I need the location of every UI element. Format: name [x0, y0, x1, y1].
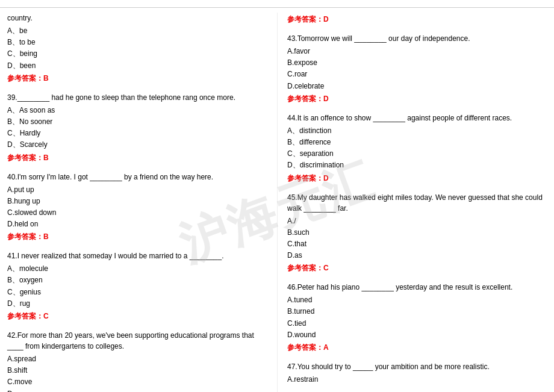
answer-label: 参考答案：B [7, 73, 267, 84]
question-text: country. [7, 13, 267, 23]
option-1: B.hung up [7, 196, 267, 207]
option-0: A、As soon as [7, 105, 267, 116]
option-0: A./ [287, 216, 547, 227]
option-3: D、discrimination [287, 160, 547, 171]
answer-label: 参考答案：D [287, 94, 547, 104]
question-block-q43: 43.Tomorrow we will ________ our day of … [287, 33, 547, 104]
right-column: 参考答案：D43.Tomorrow we will ________ our d… [277, 13, 547, 392]
question-text: 47.You should try to _____ your ambition… [287, 361, 547, 372]
option-2: C、Hardly [7, 128, 267, 139]
question-text: 41.I never realized that someday I would… [7, 250, 267, 261]
option-2: C、genius [7, 287, 267, 298]
page-header [0, 0, 554, 8]
answer-label: 参考答案：B [7, 232, 267, 242]
option-3: D.as [287, 250, 547, 261]
answer-label: 参考答案：D [287, 173, 547, 184]
question-text: 39.________ had he gone to sleep than th… [7, 92, 267, 103]
option-1: B、to be [7, 37, 267, 48]
option-0: A、molecule [7, 263, 267, 275]
option-3: D.range [7, 388, 267, 392]
option-0: A.spread [7, 353, 267, 365]
question-text: 40.I'm sorry I'm late. I got ________ by… [7, 172, 267, 182]
option-3: D、been [7, 60, 267, 72]
option-1: B.turned [287, 306, 547, 317]
option-2: C.roar [287, 69, 547, 80]
question-block-q47: 47.You should try to _____ your ambition… [287, 361, 547, 385]
question-block-q42_ans: 参考答案：D [287, 14, 547, 25]
left-column: country.A、beB、to beC、beingD、been参考答案：B39… [7, 13, 277, 392]
option-3: D、rug [7, 298, 267, 310]
option-3: D.celebrate [287, 81, 547, 92]
option-1: B.shift [7, 365, 267, 376]
question-text: 46.Peter had his piano ________ yesterda… [287, 282, 547, 293]
option-0: A.restrain [287, 374, 547, 385]
question-text: 45.My daughter has walked eight miles to… [287, 192, 547, 214]
answer-label: 参考答案：D [287, 14, 547, 25]
option-1: B.expose [287, 57, 547, 69]
question-text: 44.It is an offence to show ________ aga… [287, 113, 547, 123]
answer-label: 参考答案：C [7, 311, 267, 322]
option-0: A.put up [7, 184, 267, 196]
answer-label: 参考答案：A [287, 343, 547, 353]
question-text: 43.Tomorrow we will ________ our day of … [287, 33, 547, 44]
question-block-q40: 40.I'm sorry I'm late. I got ________ by… [7, 172, 267, 243]
option-2: C、separation [287, 148, 547, 160]
question-block-q39: 39.________ had he gone to sleep than th… [7, 92, 267, 163]
option-0: A.favor [287, 46, 547, 57]
question-block-q46: 46.Peter had his piano ________ yesterda… [287, 282, 547, 353]
question-block-q41: 41.I never realized that someday I would… [7, 250, 267, 322]
answer-label: 参考答案：C [287, 263, 547, 273]
option-1: B、oxygen [7, 275, 267, 286]
option-3: D、Scarcely [7, 139, 267, 151]
question-block-q42: 42.For more than 20 years, we've been su… [7, 330, 267, 392]
question-block-q44: 44.It is an offence to show ________ aga… [287, 113, 547, 184]
option-1: B、No sooner [7, 116, 267, 128]
main-content: country.A、beB、to beC、beingD、been参考答案：B39… [0, 8, 554, 392]
option-2: C、being [7, 48, 267, 60]
question-block-q38_cont: country.A、beB、to beC、beingD、been参考答案：B [7, 13, 267, 84]
question-text: 42.For more than 20 years, we've been su… [7, 330, 267, 352]
option-3: D.wound [287, 329, 547, 341]
question-block-q45: 45.My daughter has walked eight miles to… [287, 192, 547, 274]
option-2: C.move [7, 376, 267, 388]
option-1: B、difference [287, 137, 547, 148]
option-3: D.held on [7, 219, 267, 230]
option-1: B.such [287, 227, 547, 238]
option-2: C.tied [287, 318, 547, 329]
option-2: C.slowed down [7, 207, 267, 219]
option-0: A、distinction [287, 125, 547, 137]
answer-label: 参考答案：B [7, 153, 267, 163]
option-2: C.that [287, 238, 547, 250]
option-0: A.tuned [287, 294, 547, 306]
option-0: A、be [7, 25, 267, 37]
